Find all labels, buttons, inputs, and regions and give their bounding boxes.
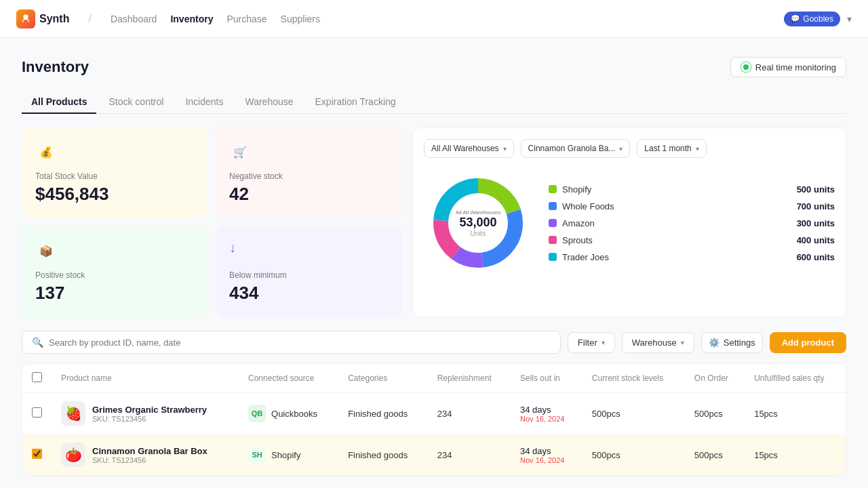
nav-suppliers[interactable]: Suppliers [281, 11, 320, 27]
sprouts-value: 400 units [797, 235, 835, 245]
sprouts-dot [549, 236, 557, 244]
row2-replenishment: 234 [428, 434, 511, 476]
row1-checkbox-cell [22, 393, 52, 434]
row1-product-sku: SKU: TS123456 [92, 415, 207, 423]
main-content: Inventory Real time monitoring All Produ… [0, 38, 868, 488]
search-icon: 🔍 [32, 337, 43, 348]
table-header: Product name Connected source Categories… [22, 364, 846, 393]
search-input[interactable] [49, 338, 551, 348]
nav-links: Dashboard Inventory Purchase Suppliers [111, 11, 320, 27]
warehouse-filter-select[interactable]: All All Warehouses ▾ [424, 139, 514, 158]
stat-card-total-stock: 💰 Total Stock Value $456,843 [22, 127, 208, 218]
row2-sells-out: 34 days Nov 16, 2024 [511, 434, 583, 476]
donut-center-value: 53,000 [456, 216, 500, 230]
row2-product-info: Cinnamon Granola Bar Box SKU: TS123456 [92, 446, 208, 464]
row2-days: 34 days [520, 446, 573, 456]
row1-replenishment: 234 [428, 393, 511, 434]
legend-wholefoods: Whole Foods 700 units [549, 201, 835, 211]
header-replenishment: Replenishment [428, 364, 511, 393]
warehouse-button[interactable]: Warehouse ▾ [622, 332, 694, 353]
user-badge[interactable]: Goobles [784, 12, 840, 26]
row2-source: SH Shopify [239, 434, 338, 476]
filter-button[interactable]: Filter ▾ [568, 332, 615, 353]
row1-checkbox[interactable] [32, 407, 42, 418]
tab-expiration[interactable]: Expiration Tracking [306, 91, 406, 114]
settings-icon: ⚙️ [709, 338, 719, 348]
below-minimum-value: 434 [229, 283, 388, 304]
total-stock-icon: 💰 [35, 141, 57, 163]
row2-product-image: 🍅 [61, 443, 85, 467]
row1-unfulfilled: 15pcs [745, 393, 846, 434]
realtime-label: Real time monitoring [755, 62, 836, 73]
row1-source-icon: QB [248, 405, 266, 422]
row2-category: Finished goods [338, 434, 428, 476]
tab-warehouse[interactable]: Warehouse [235, 91, 302, 114]
row1-product-name: Grimes Organic Strawberry [92, 405, 207, 415]
brand-icon [16, 9, 35, 28]
amazon-name: Amazon [562, 218, 595, 228]
chart-filters: All All Warehouses ▾ Cinnamon Granola Ba… [424, 139, 835, 158]
sprouts-name: Sprouts [562, 235, 593, 245]
below-minimum-label: Below minimum [229, 270, 388, 280]
header-stock-levels: Current stock levels [583, 364, 685, 393]
row1-sells-out: 34 days Nov 16, 2024 [511, 393, 583, 434]
row1-product-image: 🍓 [61, 401, 85, 426]
row2-checkbox[interactable] [32, 449, 42, 459]
table-header-row: Product name Connected source Categories… [22, 364, 846, 393]
user-name: Goobles [803, 14, 833, 24]
donut-center-label: All All Warehouses [456, 209, 500, 216]
row1-on-order: 500pcs [685, 393, 745, 434]
realtime-monitoring-button[interactable]: Real time monitoring [730, 57, 846, 77]
search-box: 🔍 [22, 331, 561, 354]
wholefoods-dot [549, 202, 557, 210]
legend-amazon: Amazon 300 units [549, 218, 835, 228]
settings-button[interactable]: ⚙️ Settings [701, 332, 763, 353]
tab-stock-control[interactable]: Stock control [99, 91, 173, 114]
filter-arrow: ▾ [601, 339, 605, 346]
warehouse-filter-arrow: ▾ [503, 145, 507, 152]
nav-inventory[interactable]: Inventory [170, 11, 213, 27]
product-filter-select[interactable]: Cinnamon Granola Ba... ▾ [521, 139, 631, 158]
total-stock-label: Total Stock Value [35, 171, 194, 181]
shopify-value: 500 units [797, 184, 835, 195]
cards-and-chart: 💰 Total Stock Value $456,843 🛒 Negative … [22, 127, 846, 317]
legend-sprouts: Sprouts 400 units [549, 235, 835, 245]
products-table: Product name Connected source Categories… [22, 363, 846, 476]
amazon-value: 300 units [797, 218, 835, 228]
traderjoes-dot [549, 253, 557, 261]
select-all-checkbox[interactable] [32, 372, 42, 382]
time-filter-select[interactable]: Last 1 month ▾ [637, 139, 706, 158]
nav-dashboard[interactable]: Dashboard [111, 11, 157, 27]
row1-product-info: Grimes Organic Strawberry SKU: TS123456 [92, 405, 207, 423]
tab-all-products[interactable]: All Products [22, 91, 96, 114]
header-unfulfilled: Unfulfilled sales qty [745, 364, 846, 393]
negative-stock-icon: 🛒 [229, 141, 251, 163]
positive-stock-icon: 📦 [35, 240, 57, 262]
row1-source-name: Quickbooks [271, 409, 317, 419]
header-sells-out: Sells out in [511, 364, 583, 393]
row2-product-sku: SKU: TS123456 [92, 456, 208, 464]
legend-traderjoes: Trader Joes 600 units [549, 252, 835, 262]
add-product-button[interactable]: Add product [770, 332, 846, 353]
row1-category: Finished goods [338, 393, 428, 434]
page-header: Inventory Real time monitoring [22, 57, 846, 77]
tab-incidents[interactable]: Incidents [176, 91, 233, 114]
donut-chart: All All Warehouses 53,000 Units [424, 169, 532, 277]
navbar: Synth / Dashboard Inventory Purchase Sup… [0, 0, 868, 38]
nav-right: Goobles ▾ [784, 12, 852, 26]
row2-date: Nov 16, 2024 [520, 456, 573, 464]
row1-product: 🍓 Grimes Organic Strawberry SKU: TS12345… [52, 393, 239, 434]
stat-card-below-minimum: ↓ Below minimum 434 [216, 226, 401, 317]
legend-shopify: Shopify 500 units [549, 184, 835, 195]
nav-purchase[interactable]: Purchase [226, 11, 267, 27]
row2-source-icon: SH [248, 446, 266, 464]
traderjoes-value: 600 units [797, 252, 835, 262]
row1-date: Nov 16, 2024 [520, 415, 573, 423]
donut-center-unit: Units [456, 230, 500, 237]
total-stock-value: $456,843 [35, 184, 194, 205]
wholefoods-name: Whole Foods [562, 201, 614, 211]
row2-stock: 500pcs [583, 434, 685, 476]
row2-source-name: Shopify [271, 450, 300, 460]
pulse-icon [741, 62, 751, 73]
user-menu-arrow[interactable]: ▾ [847, 14, 852, 24]
